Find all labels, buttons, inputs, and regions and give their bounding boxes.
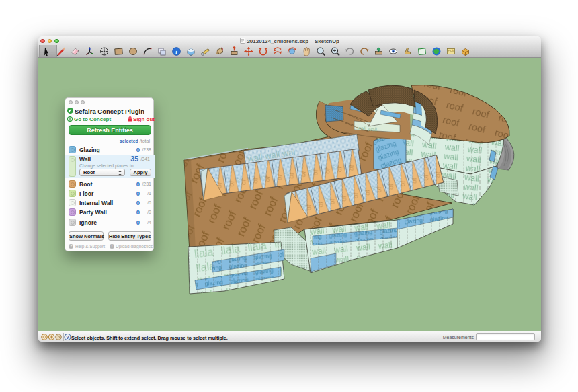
svg-text:?: ? — [66, 334, 69, 340]
